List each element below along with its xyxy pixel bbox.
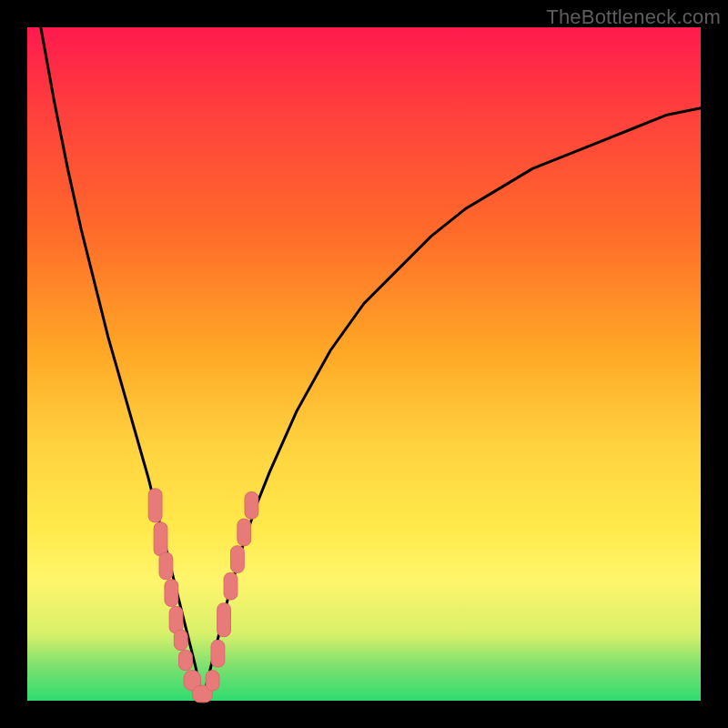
chart-frame: TheBottleneck.com	[0, 0, 728, 728]
data-marker	[211, 640, 225, 667]
right-branch-curve	[202, 108, 701, 701]
data-marker	[154, 522, 167, 556]
data-marker	[245, 492, 258, 520]
right-branch-path	[202, 108, 701, 701]
data-marker	[169, 606, 183, 633]
data-marker	[148, 489, 162, 522]
data-marker	[165, 580, 178, 607]
data-marker	[224, 572, 238, 600]
data-marker	[230, 546, 244, 573]
marker-group	[148, 489, 258, 703]
data-marker	[206, 671, 219, 691]
data-marker	[159, 552, 173, 580]
data-marker	[179, 651, 193, 671]
data-marker	[217, 603, 231, 637]
data-marker	[174, 630, 187, 650]
data-marker	[238, 519, 251, 546]
chart-svg	[27, 27, 701, 701]
watermark-text: TheBottleneck.com	[546, 5, 721, 29]
plot-area	[27, 27, 701, 701]
